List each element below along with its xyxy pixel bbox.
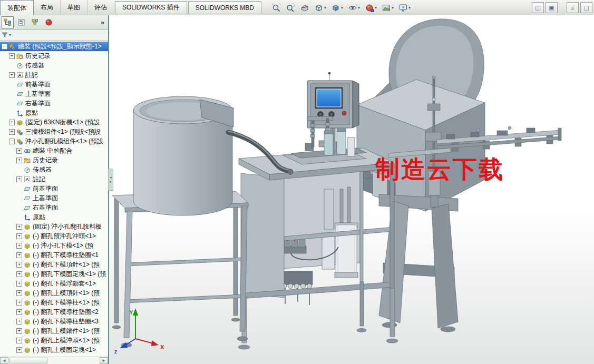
section-view-icon[interactable]: [298, 2, 311, 14]
expand-toggle[interactable]: +: [16, 262, 22, 268]
edit-appearance-icon[interactable]: ▾: [363, 2, 378, 14]
tree-item[interactable]: 传感器: [0, 165, 108, 174]
tree-item-label: 總裝 (預設<預設_顯示狀態-1>: [18, 42, 102, 51]
expand-toggle[interactable]: +: [16, 319, 22, 324]
expand-toggle[interactable]: +: [16, 252, 22, 258]
zoom-area-icon[interactable]: [284, 2, 297, 14]
expand-toggle[interactable]: +: [16, 300, 22, 306]
expand-toggle[interactable]: −: [2, 44, 7, 50]
tree-item[interactable]: +(固定) 沖小孔翻孔脫料板: [0, 222, 108, 231]
tree-item[interactable]: +历史记录: [0, 51, 108, 61]
expand-toggle[interactable]: +: [16, 233, 22, 239]
tree-item[interactable]: −沖小孔翻孔模组件<1> (預設: [0, 136, 108, 146]
viewport-toggle-button[interactable]: ◫: [532, 2, 544, 13]
tree-item[interactable]: +(-) 翻孔下模導柱墊圈<1: [0, 250, 108, 260]
tree-item[interactable]: +(-) 翻孔上模鑲件<1> (預: [0, 326, 108, 336]
splitter-collapse-icon[interactable]: ◂: [110, 176, 112, 179]
view-settings-icon[interactable]: ▾: [397, 2, 412, 14]
appearances-icon[interactable]: [43, 16, 55, 28]
tree-item-label: 總裝 中的配合: [33, 146, 72, 155]
expand-toggle[interactable]: +: [9, 72, 15, 78]
zoom-fit-icon[interactable]: [270, 2, 283, 14]
tab-SOLIDWORKS 插件[interactable]: SOLIDWORKS 插件: [115, 1, 187, 14]
tree-filter-row[interactable]: ▾: [0, 30, 108, 41]
tree-item[interactable]: 右基準面: [0, 99, 108, 108]
menu-button[interactable]: ≡: [567, 2, 579, 13]
graphics-viewport[interactable]: Y X z 制造云下载: [109, 15, 594, 364]
expand-toggle[interactable]: +: [16, 328, 22, 334]
tree-item-label: (固定) 63KN衝機<1> (預設: [25, 118, 100, 127]
tab-草图[interactable]: 草图: [61, 0, 87, 15]
apply-scene-icon[interactable]: ▾: [380, 2, 395, 14]
tree-item[interactable]: −總裝 (預設<預設_顯示狀態-1>: [0, 42, 108, 51]
tree-item[interactable]: 上基準面: [0, 89, 108, 99]
tree-item[interactable]: +(-) 翻孔下模導柱<1> (預: [0, 298, 108, 307]
expand-toggle[interactable]: +: [16, 148, 22, 154]
expand-toggle[interactable]: +: [16, 347, 22, 353]
tree-item[interactable]: +(固定) 63KN衝機<1> (預設: [0, 117, 108, 127]
display-style-icon[interactable]: ▾: [329, 2, 345, 14]
scroll-right-button[interactable]: ►: [100, 357, 108, 364]
expand-toggle[interactable]: +: [16, 271, 22, 277]
view-orientation-icon[interactable]: ▾: [313, 2, 328, 14]
tree-item[interactable]: +历史记录: [0, 155, 108, 165]
tree-item[interactable]: +(-) 翻孔預沖孔沖頭<1>: [0, 231, 108, 241]
expand-toggle[interactable]: +: [16, 224, 22, 230]
window-button[interactable]: ▢: [580, 2, 592, 13]
expand-toggle[interactable]: +: [16, 309, 22, 315]
tab-SOLIDWORKS MBD[interactable]: SOLIDWORKS MBD: [188, 1, 261, 14]
filter-icon[interactable]: [2, 31, 8, 40]
tree-item[interactable]: +(-) 翻孔下模導柱墊圈<3: [0, 317, 108, 326]
tree-item[interactable]: 前基準面: [0, 184, 108, 193]
tree-item[interactable]: +(-) 沖小孔下模<1> (預: [0, 241, 108, 250]
hopper-tank[interactable]: [133, 96, 233, 215]
tree-item[interactable]: +(-) 翻孔下模頂針<1> (預: [0, 260, 108, 269]
expand-toggle[interactable]: +: [16, 281, 22, 287]
expand-toggle[interactable]: +: [9, 129, 15, 135]
tree-item[interactable]: +(-) 翻孔下模固定塊<1> (預: [0, 269, 108, 279]
tree-item[interactable]: +A註記: [0, 174, 108, 184]
featuremanager-tree-icon[interactable]: [2, 16, 14, 28]
viewport-split-button[interactable]: ▣: [546, 2, 558, 13]
tree-horizontal-scrollbar[interactable]: ◄ ►: [0, 357, 108, 364]
panel-splitter[interactable]: ◂ ▸: [108, 169, 113, 191]
tree-item[interactable]: +三撞模组件<1> (預設<預設: [0, 127, 108, 136]
scroll-thumb[interactable]: [9, 358, 47, 363]
scroll-left-button[interactable]: ◄: [0, 357, 8, 364]
tree-item[interactable]: +(-) 翻孔上模頂針<1> (預: [0, 288, 108, 298]
tree-item[interactable]: 右基準面: [0, 203, 108, 212]
tab-评估[interactable]: 评估: [87, 0, 114, 15]
expand-toggle[interactable]: +: [16, 290, 22, 296]
tab-布局[interactable]: 布局: [34, 0, 61, 15]
tree-item[interactable]: +A註記: [0, 70, 108, 80]
svg-text:A: A: [25, 177, 29, 182]
tree-item[interactable]: +(-) 翻孔下模浮動套<1>: [0, 279, 108, 288]
tree-item[interactable]: 传感器: [0, 61, 108, 70]
hide-show-items-icon[interactable]: ▾: [346, 2, 362, 14]
expand-toggle[interactable]: +: [16, 158, 22, 163]
expand-toggle[interactable]: +: [16, 176, 22, 182]
expand-toggle[interactable]: −: [9, 139, 15, 144]
tree-item[interactable]: 前基準面: [0, 80, 108, 89]
tree-item[interactable]: +(-) 翻孔上模固定塊<1>: [0, 345, 108, 355]
tree-item[interactable]: +(-) 翻孔上模沖頭<1> (預: [0, 336, 108, 345]
expand-toggle[interactable]: +: [9, 120, 15, 125]
scroll-track[interactable]: [8, 357, 100, 364]
propertymanager-icon[interactable]: [15, 16, 27, 28]
tree-item[interactable]: 原點: [0, 212, 108, 222]
tree-item[interactable]: +總裝 中的配合: [0, 146, 108, 155]
triad-z-label: z: [114, 349, 117, 355]
expand-toggle[interactable]: +: [16, 338, 22, 343]
expand-spacer: [16, 205, 22, 211]
machine-assembly-model[interactable]: Y X z: [109, 15, 594, 364]
panel-overflow-button[interactable]: »: [101, 19, 106, 26]
expand-toggle[interactable]: +: [16, 243, 22, 249]
tab-装配体[interactable]: 装配体: [0, 0, 34, 15]
configurationmanager-icon[interactable]: [29, 16, 41, 28]
tree-item[interactable]: +(-) 翻孔下模導柱墊圈<2: [0, 307, 108, 317]
splitter-expand-icon[interactable]: ▸: [110, 180, 112, 183]
expand-toggle[interactable]: +: [9, 53, 15, 59]
filter-caret-icon[interactable]: ▾: [9, 33, 11, 37]
tree-item[interactable]: 上基準面: [0, 193, 108, 203]
tree-item[interactable]: 原點: [0, 108, 108, 117]
